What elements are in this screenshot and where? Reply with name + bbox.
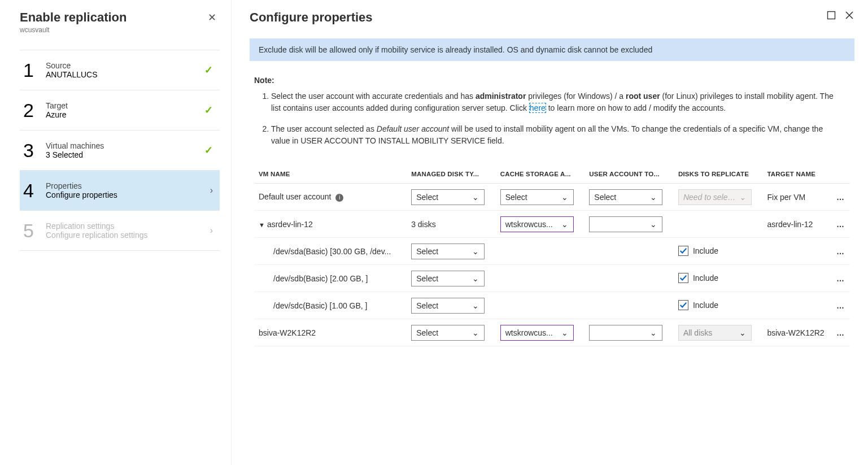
note-header: Note: (254, 76, 841, 85)
disk-name: /dev/sda(Basic) [30.00 GB, /dev... (254, 238, 407, 265)
target-name: Fix per VM (762, 184, 834, 211)
user-account-select[interactable]: Select⌄ (589, 189, 662, 205)
maximize-icon[interactable] (826, 10, 836, 20)
chevron-right-icon: › (210, 185, 220, 195)
wizard-sidebar: Enable replication wcusvault ✕ 1 Source … (0, 0, 232, 465)
step-source[interactable]: 1 Source ANUTALLUCS ✓ (20, 50, 220, 90)
managed-disk-select[interactable]: Select⌄ (411, 189, 485, 205)
main-panel: Configure properties Exclude disk will b… (232, 0, 868, 465)
here-link[interactable]: here (529, 103, 546, 113)
managed-disk-select[interactable]: Select⌄ (411, 244, 485, 259)
chevron-down-icon: ⌄ (472, 247, 479, 256)
cache-storage-select[interactable]: wtskrowcus...⌄ (500, 325, 574, 341)
row-menu-button[interactable]: … (834, 211, 850, 238)
chevron-down-icon: ⌄ (649, 193, 657, 202)
row-name: Default user account (259, 192, 331, 201)
row-menu-button[interactable]: … (834, 184, 850, 211)
col-disks-to-replicate: DISKS TO REPLICATE (674, 165, 763, 184)
note-item: The user account selected as Default use… (271, 123, 841, 147)
step-properties[interactable]: 4 Properties Configure properties › (20, 170, 220, 210)
row-menu-button[interactable]: … (834, 265, 850, 292)
chevron-down-icon: ⌄ (561, 193, 569, 202)
svg-rect-0 (828, 12, 835, 19)
managed-disk-select[interactable]: Select⌄ (411, 298, 485, 314)
chevron-down-icon: ⌄ (472, 301, 479, 310)
table-row: bsiva-W2K12R2 Select⌄ wtskrowcus...⌄ ⌄ A… (254, 319, 850, 346)
chevron-right-icon: › (210, 225, 220, 236)
cache-storage-select[interactable]: Select⌄ (500, 189, 574, 205)
check-icon: ✓ (204, 104, 220, 116)
disks-replicate-select[interactable]: All disks⌄ (678, 325, 752, 341)
col-user-account: USER ACCOUNT TO... (585, 165, 674, 184)
chevron-down-icon: ⌄ (561, 220, 569, 229)
target-name: asrdev-lin-12 (762, 211, 834, 238)
managed-disk-select[interactable]: Select⌄ (411, 271, 485, 286)
row-menu-button[interactable]: … (834, 238, 850, 265)
managed-disk-select[interactable]: Select⌄ (411, 325, 485, 341)
row-menu-button[interactable]: … (834, 292, 850, 319)
close-icon[interactable] (844, 10, 854, 20)
table-row: Default user account i Select⌄ Select⌄ S… (254, 184, 850, 211)
step-list: 1 Source ANUTALLUCS ✓ 2 Target Azure ✓ 3… (20, 50, 220, 251)
check-icon: ✓ (204, 64, 220, 76)
disk-count: 3 disks (407, 211, 496, 238)
chevron-down-icon: ⌄ (649, 328, 657, 337)
chevron-down-icon: ⌄ (561, 328, 569, 337)
user-account-select[interactable]: ⌄ (589, 325, 662, 341)
table-row: /dev/sdc(Basic) [1.00 GB, ] Select⌄ Incl… (254, 292, 850, 319)
table-row: /dev/sdb(Basic) [2.00 GB, ] Select⌄ Incl… (254, 265, 850, 292)
chevron-down-icon: ⌄ (649, 220, 657, 229)
col-target-name: TARGET NAME (762, 165, 834, 184)
include-checkbox[interactable]: Include (678, 273, 718, 283)
expand-icon[interactable]: ▼ (259, 221, 265, 228)
row-menu-button[interactable]: … (834, 319, 850, 346)
note-item: Select the user account with accurate cr… (271, 90, 841, 114)
info-icon[interactable]: i (335, 194, 343, 202)
chevron-down-icon: ⌄ (739, 193, 747, 202)
disks-replicate-select: Need to select ...⌄ (678, 189, 752, 205)
step-target[interactable]: 2 Target Azure ✓ (20, 90, 220, 130)
close-icon[interactable]: ✕ (204, 10, 220, 25)
chevron-down-icon: ⌄ (472, 328, 479, 337)
col-vm-name: VM NAME (254, 165, 407, 184)
chevron-down-icon: ⌄ (739, 328, 747, 337)
cache-storage-select[interactable]: wtskrowcus...⌄ (500, 216, 574, 232)
row-name: asrdev-lin-12 (267, 220, 313, 229)
step-virtual-machines[interactable]: 3 Virtual machines 3 Selected ✓ (20, 130, 220, 170)
col-managed-disk: MANAGED DISK TY... (407, 165, 496, 184)
col-cache-storage: CACHE STORAGE A... (496, 165, 585, 184)
notes-section: Note: Select the user account with accur… (254, 76, 841, 147)
wizard-subtitle: wcusvault (20, 26, 127, 34)
target-name: bsiva-W2K12R2 (762, 319, 834, 346)
include-checkbox[interactable]: Include (678, 246, 718, 256)
chevron-down-icon: ⌄ (472, 274, 479, 283)
info-banner: Exclude disk will be allowed only if mob… (250, 38, 854, 61)
step-replication-settings[interactable]: 5 Replication settings Configure replica… (20, 210, 220, 251)
table-row: ▼asrdev-lin-12 3 disks wtskrowcus...⌄ ⌄ … (254, 211, 850, 238)
row-name: bsiva-W2K12R2 (254, 319, 407, 346)
check-icon: ✓ (204, 144, 220, 157)
page-title: Configure properties (250, 10, 373, 25)
disk-name: /dev/sdc(Basic) [1.00 GB, ] (254, 292, 407, 319)
properties-table: VM NAME MANAGED DISK TY... CACHE STORAGE… (254, 165, 850, 346)
table-row: /dev/sda(Basic) [30.00 GB, /dev... Selec… (254, 238, 850, 265)
wizard-title: Enable replication (20, 10, 127, 25)
user-account-select[interactable]: ⌄ (589, 216, 662, 232)
chevron-down-icon: ⌄ (472, 193, 479, 202)
include-checkbox[interactable]: Include (678, 300, 718, 310)
disk-name: /dev/sdb(Basic) [2.00 GB, ] (254, 265, 407, 292)
